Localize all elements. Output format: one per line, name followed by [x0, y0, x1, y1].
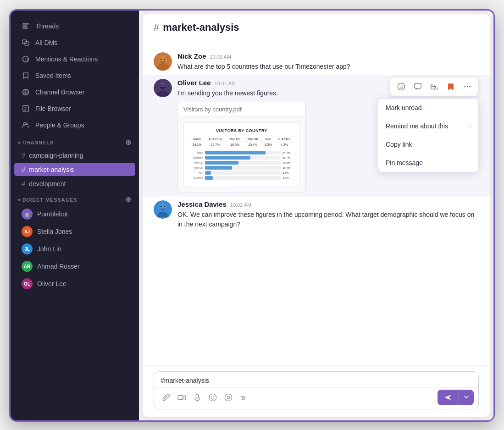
- bar-chart: India 34.1% Australia 25.7%: [189, 151, 294, 180]
- svg-point-20: [164, 59, 166, 60]
- audio-btn[interactable]: [190, 390, 205, 405]
- svg-point-41: [213, 397, 214, 397]
- channel-name-dev: development: [29, 180, 66, 187]
- app-container: Threads All DMs @ Mentions & Reactions: [9, 9, 495, 422]
- channel-item-market-analysis[interactable]: # market-analysis: [14, 163, 135, 176]
- channel-item-development[interactable]: # development: [14, 177, 135, 190]
- jessica-message-header: Jessica Davies 10:02 AM: [177, 200, 479, 208]
- message-actions-toolbar: [390, 77, 479, 96]
- svg-point-39: [209, 394, 216, 401]
- text-format-btn[interactable]: TT: [237, 390, 251, 405]
- stella-avatar: SJ: [22, 226, 33, 237]
- svg-rect-28: [415, 83, 421, 88]
- sidebar-item-saved[interactable]: Saved Items: [14, 68, 135, 83]
- sidebar-item-file-browser[interactable]: File Browser: [14, 101, 135, 116]
- svg-point-25: [398, 83, 404, 90]
- sidebar-item-channel-browser[interactable]: Channel Browser: [14, 84, 135, 100]
- channel-name-campaign: campaign-planning: [29, 152, 83, 159]
- mentions-label: Mentions & Reactions: [35, 55, 98, 63]
- remind-chevron-icon: ›: [469, 123, 471, 129]
- main-chat: # market-analysis: [143, 14, 490, 417]
- send-message-btn[interactable]: [438, 390, 459, 405]
- bar-track-sa: [205, 176, 281, 180]
- input-text-area[interactable]: #market-analysis: [154, 372, 478, 387]
- threads-icon: [22, 22, 30, 30]
- bar-value-uk: 15.4%: [282, 166, 294, 169]
- more-actions-btn[interactable]: [460, 79, 475, 94]
- attach-file-btn[interactable]: [159, 390, 173, 405]
- chart-title: VISITORS BY COUNTRY: [189, 128, 294, 133]
- val-sa: 4.2%: [275, 142, 294, 148]
- context-menu-copy-link[interactable]: Copy link: [378, 135, 478, 154]
- channel-browser-icon: [22, 88, 30, 96]
- channels-chevron[interactable]: ▾: [18, 140, 21, 145]
- sidebar: Threads All DMs @ Mentions & Reactions: [11, 11, 139, 420]
- jessica-davies-time: 10:02 AM: [230, 202, 251, 208]
- share-btn[interactable]: [427, 79, 442, 94]
- bar-track-india: [205, 151, 281, 154]
- val-australia: 25.7%: [205, 142, 226, 148]
- reply-thread-btn[interactable]: [410, 79, 425, 94]
- dm-item-pumblebot[interactable]: 🤖 Pumblebot: [14, 206, 135, 222]
- context-menu: Mark unread Remind me about this › Copy …: [378, 98, 479, 172]
- context-menu-remind-me[interactable]: Remind me about this ›: [378, 117, 478, 135]
- emoji-btn[interactable]: [205, 390, 220, 405]
- dm-item-oliver-lee[interactable]: OL Oliver Lee: [14, 276, 135, 292]
- video-btn[interactable]: [174, 390, 189, 405]
- send-dropdown-btn[interactable]: [459, 390, 474, 405]
- chat-messages: Nick Zoe 10:00 AM What are the top 5 cou…: [143, 41, 490, 365]
- svg-text:@: @: [25, 57, 29, 62]
- bar-value-india: 34.1%: [282, 151, 294, 154]
- svg-point-35: [164, 206, 165, 207]
- channel-title: market-analysis: [163, 22, 239, 33]
- col-iran: Iran: [262, 137, 275, 142]
- saved-icon: [22, 72, 30, 80]
- sidebar-item-threads[interactable]: Threads: [14, 18, 135, 34]
- bar-row-india: India 34.1%: [189, 151, 294, 154]
- oliver-avatar: OL: [22, 278, 33, 289]
- nick-zoe-name: Nick Zoe: [177, 52, 206, 60]
- bar-value-us: 19.0%: [282, 161, 294, 164]
- jessica-davies-message-row: Jessica Davies 10:02 AM OK. We can impro…: [143, 197, 490, 233]
- bar-row-sa: S.Africa 4.2%: [189, 176, 294, 180]
- dm-item-ahmad-rosser[interactable]: AR Ahmad Rosser: [14, 258, 135, 275]
- add-dm-btn[interactable]: ⊕: [125, 196, 132, 204]
- svg-rect-1: [22, 26, 27, 27]
- message-row: Nick Zoe 10:00 AM What are the top 5 cou…: [143, 49, 490, 75]
- sidebar-item-people-groups[interactable]: People & Groups: [14, 117, 135, 133]
- john-name: John Lin: [37, 245, 61, 253]
- svg-point-33: [160, 204, 166, 210]
- context-menu-pin-message[interactable]: Pin message: [378, 154, 478, 172]
- svg-point-26: [400, 86, 401, 87]
- nick-zoe-avatar: [154, 52, 172, 71]
- sidebar-item-mentions[interactable]: @ Mentions & Reactions: [14, 51, 135, 67]
- bar-row-iran: Iran 3.5%: [189, 171, 294, 175]
- dm-section-label: DIRECT MESSAGES: [22, 197, 125, 203]
- channel-item-campaign-planning[interactable]: # campaign-planning: [14, 149, 135, 162]
- svg-point-34: [161, 206, 162, 207]
- add-channel-btn[interactable]: ⊕: [125, 139, 132, 146]
- context-menu-mark-unread[interactable]: Mark unread: [378, 99, 478, 117]
- pdf-attachment[interactable]: Visitors by country.pdf VISITORS BY COUN…: [177, 102, 306, 193]
- message-header: Nick Zoe 10:00 AM: [177, 52, 479, 60]
- emoji-reaction-btn[interactable]: [394, 79, 409, 94]
- val-us: 19.0%: [226, 142, 244, 148]
- bar-fill-sa: [205, 176, 213, 180]
- bookmark-btn[interactable]: [443, 79, 458, 94]
- pumblebot-name: Pumblebot: [37, 210, 68, 218]
- jessica-davies-text: OK. We can improve these figures in the …: [177, 210, 479, 229]
- col-uk: The UK: [244, 137, 262, 142]
- mention-btn[interactable]: [221, 390, 236, 405]
- people-groups-label: People & Groups: [35, 121, 84, 129]
- jessica-davies-name: Jessica Davies: [177, 200, 227, 208]
- dm-item-stella-jones[interactable]: SJ Stella Jones: [14, 223, 135, 240]
- sidebar-item-all-dms[interactable]: All DMs: [14, 35, 135, 50]
- svg-rect-37: [196, 394, 198, 398]
- pumblebot-avatar: 🤖: [22, 209, 33, 220]
- val-iran: 3.5%: [262, 142, 275, 148]
- bar-value-sa: 4.2%: [282, 176, 294, 179]
- bar-track-uk: [205, 166, 281, 170]
- dm-chevron[interactable]: ▾: [18, 198, 21, 203]
- dm-item-john-lin[interactable]: JL John Lin: [14, 241, 135, 257]
- bar-label-sa: S.Africa: [189, 176, 203, 179]
